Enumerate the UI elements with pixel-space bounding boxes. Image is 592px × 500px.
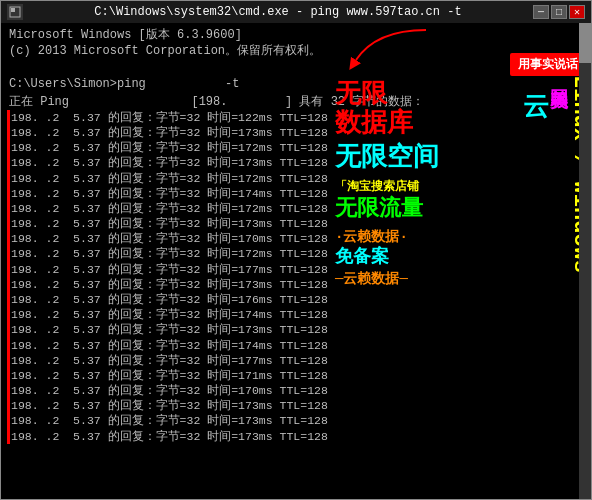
ping-row-text: 198. .2 5.37 的回复：字节=32 时间=122ms TTL=128 bbox=[7, 110, 328, 125]
table-row: 198. .2 5.37 的回复：字节=32 时间=172ms TTL=128 bbox=[7, 246, 585, 261]
red-bar-icon bbox=[7, 353, 10, 368]
red-bar-icon bbox=[7, 246, 10, 261]
table-row: 198. .2 5.37 的回复：字节=32 时间=173ms TTL=128 bbox=[7, 277, 585, 292]
table-row: 198. .2 5.37 的回复：字节=32 时间=174ms TTL=128 bbox=[7, 307, 585, 322]
svg-rect-1 bbox=[11, 8, 15, 12]
maximize-button[interactable]: □ bbox=[551, 5, 567, 19]
table-row: 198. .2 5.37 的回复：字节=32 时间=173ms TTL=128 bbox=[7, 398, 585, 413]
ping-row-text: 198. .2 5.37 的回复：字节=32 时间=170ms TTL=128 bbox=[7, 383, 328, 398]
table-row: 198. .2 5.37 的回复：字节=32 时间=172ms TTL=128 bbox=[7, 171, 585, 186]
red-bar-icon bbox=[7, 338, 10, 353]
table-row: 198. .2 5.37 的回复：字节=32 时间=122ms TTL=128 bbox=[7, 110, 585, 125]
header-line1: Microsoft Windows [版本 6.3.9600] bbox=[7, 27, 585, 43]
console-content: Microsoft Windows [版本 6.3.9600] (c) 2013… bbox=[1, 23, 591, 499]
ping-row-text: 198. .2 5.37 的回复：字节=32 时间=173ms TTL=128 bbox=[7, 413, 328, 428]
ping-row-text: 198. .2 5.37 的回复：字节=32 时间=174ms TTL=128 bbox=[7, 338, 328, 353]
ping-rows: 198. .2 5.37 的回复：字节=32 时间=122ms TTL=1281… bbox=[7, 110, 585, 444]
ping-row-text: 198. .2 5.37 的回复：字节=32 时间=172ms TTL=128 bbox=[7, 201, 328, 216]
scrollbar[interactable] bbox=[579, 23, 591, 499]
window-icon bbox=[7, 4, 23, 20]
red-bar-icon bbox=[7, 125, 10, 140]
red-bar-icon bbox=[7, 155, 10, 170]
red-bar-icon bbox=[7, 201, 10, 216]
red-bar-icon bbox=[7, 413, 10, 428]
window-controls: ─ □ ✕ bbox=[533, 5, 585, 19]
red-bar-icon bbox=[7, 277, 10, 292]
red-bar-icon bbox=[7, 140, 10, 155]
red-bar-icon bbox=[7, 322, 10, 337]
title-bar: C:\Windows\system32\cmd.exe - ping www.5… bbox=[1, 1, 591, 23]
table-row: 198. .2 5.37 的回复：字节=32 时间=173ms TTL=128 bbox=[7, 413, 585, 428]
cmd-window: C:\Windows\system32\cmd.exe - ping www.5… bbox=[0, 0, 592, 500]
ping-row-text: 198. .2 5.37 的回复：字节=32 时间=173ms TTL=128 bbox=[7, 429, 328, 444]
table-row: 198. .2 5.37 的回复：字节=32 时间=172ms TTL=128 bbox=[7, 201, 585, 216]
minimize-button[interactable]: ─ bbox=[533, 5, 549, 19]
table-row: 198. .2 5.37 的回复：字节=32 时间=173ms TTL=128 bbox=[7, 155, 585, 170]
red-bar-icon bbox=[7, 429, 10, 444]
ping-row-text: 198. .2 5.37 的回复：字节=32 时间=177ms TTL=128 bbox=[7, 262, 328, 277]
window-title: C:\Windows\system32\cmd.exe - ping www.5… bbox=[23, 5, 533, 19]
table-row: 198. .2 5.37 的回复：字节=32 时间=171ms TTL=128 bbox=[7, 368, 585, 383]
table-row: 198. .2 5.37 的回复：字节=32 时间=172ms TTL=128 bbox=[7, 140, 585, 155]
table-row: 198. .2 5.37 的回复：字节=32 时间=177ms TTL=128 bbox=[7, 262, 585, 277]
ping-status-line: 正在 Ping [198. ] 具有 32 字节的数据： bbox=[7, 94, 585, 110]
ping-row-text: 198. .2 5.37 的回复：字节=32 时间=173ms TTL=128 bbox=[7, 155, 328, 170]
ping-row-text: 198. .2 5.37 的回复：字节=32 时间=176ms TTL=128 bbox=[7, 292, 328, 307]
table-row: 198. .2 5.37 的回复：字节=32 时间=176ms TTL=128 bbox=[7, 292, 585, 307]
ping-row-text: 198. .2 5.37 的回复：字节=32 时间=171ms TTL=128 bbox=[7, 368, 328, 383]
ping-row-text: 198. .2 5.37 的回复：字节=32 时间=172ms TTL=128 bbox=[7, 171, 328, 186]
table-row: 198. .2 5.37 的回复：字节=32 时间=170ms TTL=128 bbox=[7, 231, 585, 246]
header-line2: (c) 2013 Microsoft Corporation。保留所有权利。 bbox=[7, 43, 585, 59]
table-row: 198. .2 5.37 的回复：字节=32 时间=170ms TTL=128 bbox=[7, 383, 585, 398]
red-bar-icon bbox=[7, 171, 10, 186]
ping-row-text: 198. .2 5.37 的回复：字节=32 时间=174ms TTL=128 bbox=[7, 307, 328, 322]
red-bar-icon bbox=[7, 292, 10, 307]
ping-row-text: 198. .2 5.37 的回复：字节=32 时间=173ms TTL=128 bbox=[7, 125, 328, 140]
ping-row-text: 198. .2 5.37 的回复：字节=32 时间=173ms TTL=128 bbox=[7, 277, 328, 292]
header-section: Microsoft Windows [版本 6.3.9600] (c) 2013… bbox=[7, 27, 585, 92]
red-bar-icon bbox=[7, 186, 10, 201]
ping-row-text: 198. .2 5.37 的回复：字节=32 时间=170ms TTL=128 bbox=[7, 231, 328, 246]
ping-row-text: 198. .2 5.37 的回复：字节=32 时间=173ms TTL=128 bbox=[7, 398, 328, 413]
ping-row-text: 198. .2 5.37 的回复：字节=32 时间=172ms TTL=128 bbox=[7, 246, 328, 261]
red-bar-icon bbox=[7, 231, 10, 246]
red-bar-icon bbox=[7, 110, 10, 125]
table-row: 198. .2 5.37 的回复：字节=32 时间=173ms TTL=128 bbox=[7, 322, 585, 337]
table-row: 198. .2 5.37 的回复：字节=32 时间=177ms TTL=128 bbox=[7, 353, 585, 368]
red-bar-icon bbox=[7, 307, 10, 322]
header-line4: C:\Users\Simon>ping -t bbox=[7, 76, 585, 92]
header-line3 bbox=[7, 59, 585, 75]
ping-row-text: 198. .2 5.37 的回复：字节=32 时间=174ms TTL=128 bbox=[7, 186, 328, 201]
red-bar-icon bbox=[7, 262, 10, 277]
table-row: 198. .2 5.37 的回复：字节=32 时间=173ms TTL=128 bbox=[7, 429, 585, 444]
ping-row-text: 198. .2 5.37 的回复：字节=32 时间=173ms TTL=128 bbox=[7, 322, 328, 337]
ping-row-text: 198. .2 5.37 的回复：字节=32 时间=177ms TTL=128 bbox=[7, 353, 328, 368]
table-row: 198. .2 5.37 的回复：字节=32 时间=174ms TTL=128 bbox=[7, 186, 585, 201]
table-row: 198. .2 5.37 的回复：字节=32 时间=173ms TTL=128 bbox=[7, 216, 585, 231]
table-row: 198. .2 5.37 的回复：字节=32 时间=174ms TTL=128 bbox=[7, 338, 585, 353]
scrollbar-thumb[interactable] bbox=[579, 23, 591, 63]
red-bar-icon bbox=[7, 398, 10, 413]
table-row: 198. .2 5.37 的回复：字节=32 时间=173ms TTL=128 bbox=[7, 125, 585, 140]
red-bar-icon bbox=[7, 216, 10, 231]
red-bar-icon bbox=[7, 383, 10, 398]
red-bar-icon bbox=[7, 368, 10, 383]
close-button[interactable]: ✕ bbox=[569, 5, 585, 19]
ping-row-text: 198. .2 5.37 的回复：字节=32 时间=172ms TTL=128 bbox=[7, 140, 328, 155]
ping-row-text: 198. .2 5.37 的回复：字节=32 时间=173ms TTL=128 bbox=[7, 216, 328, 231]
